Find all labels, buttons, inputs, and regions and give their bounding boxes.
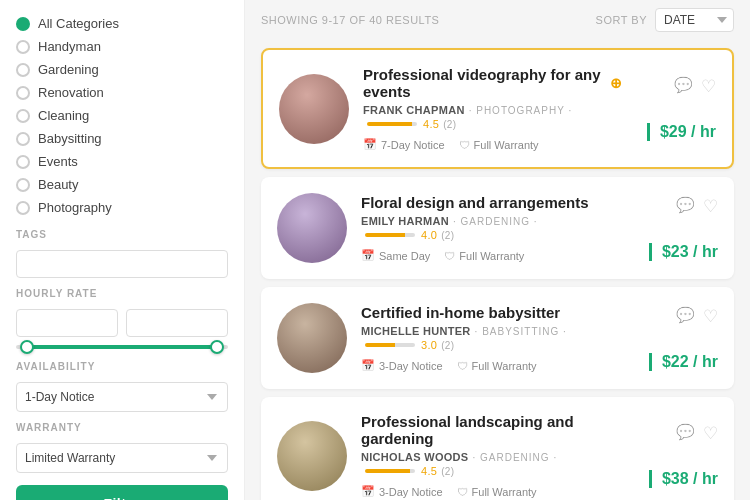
feature-item: 🛡Full Warranty xyxy=(457,485,537,498)
star-rating: 4.5(2) xyxy=(363,118,456,130)
shield-icon: 🛡 xyxy=(457,360,468,372)
feature-item: 📅Same Day xyxy=(361,249,430,262)
price-badge: $29 / hr xyxy=(647,123,716,141)
calendar-icon: 📅 xyxy=(363,138,377,151)
favorite-icon[interactable]: ♡ xyxy=(701,76,716,97)
message-icon[interactable]: 💬 xyxy=(674,76,693,97)
main-content: SHOWING 9-17 OF 40 RESULTS SORT BY DATEP… xyxy=(245,0,750,500)
availability-select[interactable]: Same Day1-Day Notice3-Day Notice7-Day No… xyxy=(16,382,228,412)
card-right: 💬♡$22 / hr xyxy=(638,306,718,371)
favorite-icon[interactable]: ♡ xyxy=(703,423,718,444)
category-item-handyman[interactable]: Handyman xyxy=(16,35,228,58)
category-label: All Categories xyxy=(38,16,119,31)
filter-button[interactable]: Filter xyxy=(16,485,228,500)
tags-input[interactable] xyxy=(16,250,228,278)
category-label: Photography xyxy=(38,200,112,215)
results-count: SHOWING 9-17 OF 40 RESULTS xyxy=(261,14,439,26)
card-action-icons: 💬♡ xyxy=(676,306,718,327)
price-badge: $38 / hr xyxy=(649,470,718,488)
listing-title: Professional videography for any events⊕ xyxy=(363,66,622,100)
listing-title: Certified in-home babysitter xyxy=(361,304,624,321)
slider-thumb-left[interactable] xyxy=(20,340,34,354)
card-right: 💬♡$38 / hr xyxy=(638,423,718,488)
radio-circle xyxy=(16,132,30,146)
slider-thumb-right[interactable] xyxy=(210,340,224,354)
sort-label: SORT BY xyxy=(596,14,647,26)
listing-features: 📅3-Day Notice🛡Full Warranty xyxy=(361,359,624,372)
listing-card: Professional landscaping and gardeningNI… xyxy=(261,397,734,500)
radio-circle xyxy=(16,201,30,215)
feature-item: 🛡Full Warranty xyxy=(459,138,539,151)
hourly-rate-label: HOURLY RATE xyxy=(16,288,228,299)
category-item-renovation[interactable]: Renovation xyxy=(16,81,228,104)
shield-icon: 🛡 xyxy=(444,250,455,262)
message-icon[interactable]: 💬 xyxy=(676,306,695,327)
slider-fill xyxy=(27,345,218,349)
card-right: 💬♡$23 / hr xyxy=(638,196,718,261)
listing-card: Certified in-home babysitterMICHELLE HUN… xyxy=(261,287,734,389)
radio-circle xyxy=(16,155,30,169)
listing-features: 📅3-Day Notice🛡Full Warranty xyxy=(361,485,624,498)
category-label: Renovation xyxy=(38,85,104,100)
feature-item: 📅7-Day Notice xyxy=(363,138,445,151)
listing-features: 📅Same Day🛡Full Warranty xyxy=(361,249,624,262)
rating-bar xyxy=(365,469,415,473)
availability-label: AVAILABILITY xyxy=(16,361,228,372)
listing-info: Certified in-home babysitterMICHELLE HUN… xyxy=(361,304,624,372)
listing-info: Professional landscaping and gardeningNI… xyxy=(361,413,624,498)
radio-circle xyxy=(16,178,30,192)
category-item-cleaning[interactable]: Cleaning xyxy=(16,104,228,127)
shield-icon: 🛡 xyxy=(459,139,470,151)
category-label: Babysitting xyxy=(38,131,102,146)
warranty-select[interactable]: No WarrantyLimited WarrantyFull Warranty xyxy=(16,443,228,473)
category-item-babysitting[interactable]: Babysitting xyxy=(16,127,228,150)
category-label: Events xyxy=(38,154,78,169)
feature-item: 🛡Full Warranty xyxy=(444,249,524,262)
rating-bar xyxy=(365,233,415,237)
calendar-icon: 📅 xyxy=(361,249,375,262)
warranty-label: WARRANTY xyxy=(16,422,228,433)
category-item-photography[interactable]: Photography xyxy=(16,196,228,219)
sort-select[interactable]: DATEPRICERATING xyxy=(655,8,734,32)
category-item-all-categories[interactable]: All Categories xyxy=(16,12,228,35)
avatar xyxy=(277,303,347,373)
message-icon[interactable]: 💬 xyxy=(676,423,695,444)
listing-meta: EMILY HARMAN· GARDENING ·4.0(2) xyxy=(361,215,624,241)
price-badge: $22 / hr xyxy=(649,353,718,371)
star-rating: 4.0(2) xyxy=(361,229,454,241)
rating-bar xyxy=(367,122,417,126)
radio-circle xyxy=(16,86,30,100)
favorite-icon[interactable]: ♡ xyxy=(703,306,718,327)
category-item-beauty[interactable]: Beauty xyxy=(16,173,228,196)
category-item-events[interactable]: Events xyxy=(16,150,228,173)
radio-circle xyxy=(16,109,30,123)
category-item-gardening[interactable]: Gardening xyxy=(16,58,228,81)
hourly-rate-row: 21 38 xyxy=(16,309,228,337)
calendar-icon: 📅 xyxy=(361,485,375,498)
card-action-icons: 💬♡ xyxy=(674,76,716,97)
avatar xyxy=(277,193,347,263)
listing-card: Professional videography for any events⊕… xyxy=(261,48,734,169)
listing-info: Floral design and arrangementsEMILY HARM… xyxy=(361,194,624,262)
rate-max-input[interactable]: 38 xyxy=(126,309,228,337)
category-label: Beauty xyxy=(38,177,78,192)
listing-title: Floral design and arrangements xyxy=(361,194,624,211)
listing-meta: FRANK CHAPMAN· PHOTOGRAPHY ·4.5(2) xyxy=(363,104,622,130)
listing-info: Professional videography for any events⊕… xyxy=(363,66,622,151)
listing-features: 📅7-Day Notice🛡Full Warranty xyxy=(363,138,622,151)
shield-icon: 🛡 xyxy=(457,486,468,498)
price-badge: $23 / hr xyxy=(649,243,718,261)
star-rating: 3.0(2) xyxy=(361,339,454,351)
favorite-icon[interactable]: ♡ xyxy=(703,196,718,217)
listing-card: Floral design and arrangementsEMILY HARM… xyxy=(261,177,734,279)
sidebar: All CategoriesHandymanGardeningRenovatio… xyxy=(0,0,245,500)
category-label: Gardening xyxy=(38,62,99,77)
feature-item: 📅3-Day Notice xyxy=(361,485,443,498)
verified-icon: ⊕ xyxy=(610,75,622,91)
radio-circle xyxy=(16,17,30,31)
rate-min-input[interactable]: 21 xyxy=(16,309,118,337)
message-icon[interactable]: 💬 xyxy=(676,196,695,217)
category-label: Handyman xyxy=(38,39,101,54)
tags-label: TAGS xyxy=(16,229,228,240)
avatar xyxy=(279,74,349,144)
